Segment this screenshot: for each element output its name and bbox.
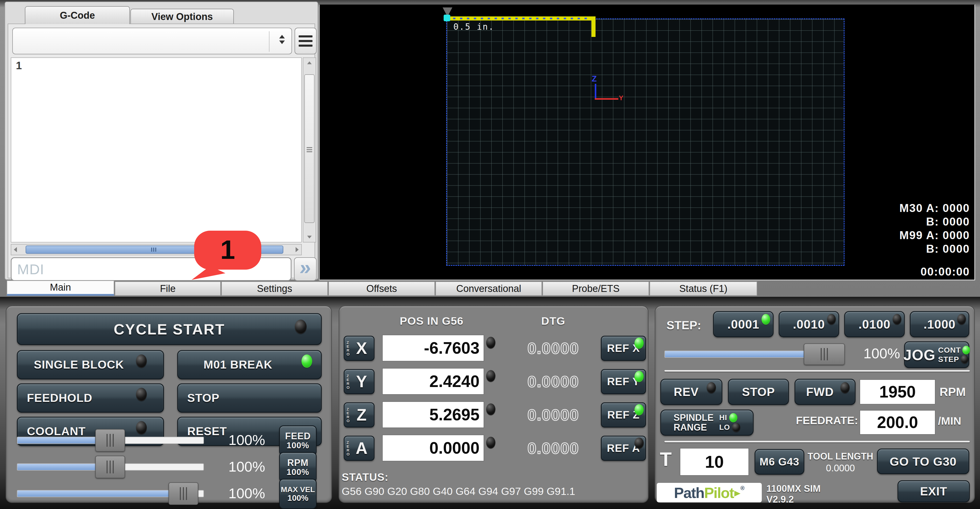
step-0100-button[interactable]: .0100 <box>844 311 905 337</box>
dro-a-led <box>486 437 495 448</box>
dro-y-value[interactable]: 2.4240 <box>382 368 484 395</box>
maxvel-override-handle[interactable] <box>169 482 198 505</box>
separator <box>665 370 970 372</box>
goto-g30-button[interactable]: GO TO G30 <box>877 448 969 474</box>
jog-cont-led <box>963 346 970 354</box>
scroll-right-icon[interactable] <box>296 247 299 252</box>
axis-y-line <box>595 98 618 100</box>
feed-override-value: 100% <box>218 432 265 448</box>
rpm-override-handle[interactable] <box>95 456 125 478</box>
pos-header: POS IN G56 <box>374 315 489 327</box>
ref-y-button[interactable]: REF Y <box>601 369 646 394</box>
hamburger-icon <box>299 35 312 37</box>
spindle-fwd-button[interactable]: FWD <box>795 379 856 405</box>
counter-line: M99 A: 0000 <box>806 228 970 242</box>
dro-a-value[interactable]: 0.0000 <box>382 435 484 461</box>
editor-vscrollbar[interactable] <box>303 57 316 243</box>
jog-step-led <box>961 355 969 364</box>
nav-tab-status-f1[interactable]: Status (F1) <box>649 281 757 296</box>
counter-line: B: 0000 <box>806 215 970 228</box>
rpm-input[interactable]: 1950 <box>860 379 935 404</box>
feedrate-input[interactable]: 200.0 <box>860 410 935 435</box>
m01-break-button[interactable]: M01 BREAK <box>177 350 322 379</box>
tab-view-options[interactable]: View Options <box>130 9 234 24</box>
gcode-notebook: G-Code View Options 1 <box>5 2 318 280</box>
step-0001-led <box>762 314 770 325</box>
zero-a-button[interactable]: ZERO A <box>344 436 374 461</box>
step-1000-button[interactable]: .1000 <box>910 311 969 337</box>
cycle-start-led <box>295 319 307 334</box>
tab-gcode[interactable]: G-Code <box>25 6 130 24</box>
combo-spinner-icon[interactable] <box>279 35 285 44</box>
tab-gcode-label: G-Code <box>60 10 95 21</box>
dtg-x-value: 0.0000 <box>510 335 597 361</box>
menu-button[interactable] <box>294 28 317 54</box>
jog-mode-button[interactable]: JOG CONT STEP <box>904 341 969 368</box>
toolpath-tick <box>592 16 595 37</box>
m6-g43-button[interactable]: M6 G43 <box>755 449 804 475</box>
coolant-led <box>136 421 147 434</box>
single-block-button[interactable]: SINGLE BLOCK <box>17 350 164 379</box>
maxvel-100-button[interactable]: MAX VEL 100% <box>279 479 317 509</box>
rpm-unit-label: RPM <box>940 385 966 399</box>
nav-tab-settings[interactable]: Settings <box>221 281 328 296</box>
axis-z-label: Z <box>592 74 597 83</box>
cycle-start-button[interactable]: CYCLE START <box>17 313 322 345</box>
nav-tab-offsets[interactable]: Offsets <box>328 281 435 296</box>
gcode-file-combo[interactable] <box>12 28 292 54</box>
dro-z-value[interactable]: 5.2695 <box>382 401 484 428</box>
dtg-header: DTG <box>520 315 587 327</box>
zero-y-button[interactable]: ZERO Y <box>344 369 374 394</box>
grid-scale-label: 0.5 in. <box>453 22 494 32</box>
zero-x-button[interactable]: ZERO X <box>344 336 374 361</box>
ref-a-button[interactable]: REF A <box>601 436 646 461</box>
spindle-range-button[interactable]: SPINDLE RANGE HI LO <box>660 410 754 436</box>
nav-tab-conversational[interactable]: Conversational <box>436 281 542 296</box>
nav-tab-probe-ets[interactable]: Probe/ETS <box>542 281 649 296</box>
scroll-left-icon[interactable] <box>14 247 17 252</box>
ref-z-button[interactable]: REF Z <box>601 402 646 428</box>
maxvel-override-value: 100% <box>218 485 265 501</box>
step-0010-led <box>827 314 836 325</box>
feedrate-label: FEEDRATE: <box>784 414 858 427</box>
feedhold-button[interactable]: FEEDHOLD <box>17 383 164 413</box>
dro-x-led <box>486 337 495 349</box>
machine-model-label: 1100MX SIM <box>766 483 821 494</box>
step-0010-button[interactable]: .0010 <box>779 311 839 337</box>
ref-x-button[interactable]: REF X <box>601 336 646 361</box>
ref-y-led <box>635 371 644 382</box>
toolpath-display[interactable]: 0.5 in. Z Y M30 A: 0000 B: 0000 M99 A: 0… <box>319 4 975 280</box>
toolpath-line <box>446 16 595 21</box>
ref-a-led <box>635 437 644 449</box>
step-0001-button[interactable]: .0001 <box>713 311 773 337</box>
spindle-rev-button[interactable]: REV <box>660 379 722 405</box>
feed-100-button[interactable]: FEED 100% <box>279 426 317 456</box>
zero-z-button[interactable]: ZERO Z <box>344 402 374 428</box>
nav-tab-file[interactable]: File <box>115 281 221 296</box>
pathpilot-logo: Path Pilot ® <box>657 483 762 502</box>
rpm-override-value: 100% <box>218 458 265 475</box>
exit-button[interactable]: EXIT <box>897 480 970 502</box>
dro-x-value[interactable]: -6.7603 <box>382 335 484 361</box>
tool-number-input[interactable]: 10 <box>680 448 749 475</box>
mdi-send-button[interactable]: » <box>294 257 317 281</box>
scroll-up-icon[interactable] <box>307 61 312 65</box>
spindle-fwd-led <box>840 382 850 393</box>
dtg-a-value: 0.0000 <box>510 435 597 461</box>
vscroll-thumb[interactable] <box>304 74 315 223</box>
gcode-editor[interactable]: 1 <box>11 57 302 243</box>
m01-break-led <box>301 354 312 368</box>
rpm-100-button[interactable]: RPM 100% <box>279 452 317 482</box>
cycle-counters: M30 A: 0000 B: 0000 M99 A: 0000 B: 0000 <box>806 201 970 255</box>
stop-button[interactable]: STOP <box>177 383 322 413</box>
step-1000-led <box>957 314 966 325</box>
spindle-stop-button[interactable]: STOP <box>728 379 789 405</box>
separator <box>665 441 970 442</box>
range-hi-led <box>729 413 737 422</box>
jog-speed-handle[interactable] <box>804 343 845 365</box>
nav-tab-main[interactable]: Main <box>7 280 114 296</box>
feed-override-handle[interactable] <box>95 429 125 452</box>
feedrate-unit-label: /MIN <box>938 415 961 427</box>
status-gcodes: G56 G90 G20 G80 G40 G64 G94 G97 G99 G91.… <box>342 485 644 498</box>
scroll-down-icon[interactable] <box>307 235 312 239</box>
